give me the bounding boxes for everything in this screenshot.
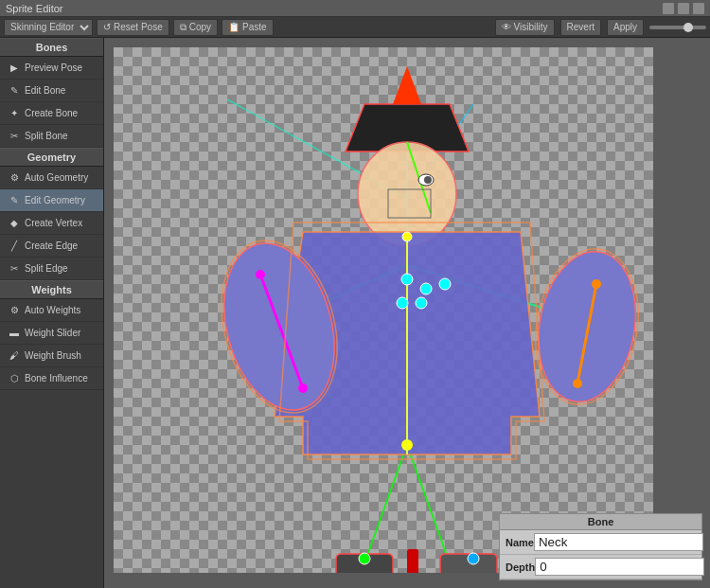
maximize-icon[interactable] — [678, 3, 689, 14]
main-layout: Bones ▶ Preview Pose ✎ Edit Bone ✦ Creat… — [0, 38, 710, 588]
sprite-canvas[interactable] — [114, 47, 653, 573]
eye-icon: 👁 — [502, 22, 511, 32]
title-bar: Sprite Editor — [0, 0, 710, 17]
create-vertex-icon: ◆ — [8, 217, 21, 230]
preview-pose-button[interactable]: ▶ Preview Pose — [0, 57, 103, 80]
weight-slider-icon: ▬ — [8, 327, 21, 340]
editor-select[interactable]: Skinning Editor — [4, 19, 93, 36]
depth-input[interactable] — [535, 558, 704, 576]
name-input[interactable] — [534, 533, 703, 551]
weight-slider-button[interactable]: ▬ Weight Slider — [0, 322, 103, 345]
weight-brush-button[interactable]: 🖌 Weight Brush — [0, 345, 103, 367]
canvas-area[interactable]: Bone Name Depth — [104, 38, 710, 588]
name-label: Name — [506, 537, 534, 548]
split-bone-icon: ✂ — [8, 130, 21, 143]
weights-section-header: Weights — [0, 280, 103, 299]
edit-bone-icon: ✎ — [8, 84, 21, 98]
auto-geometry-icon: ⚙ — [8, 171, 21, 185]
reset-pose-icon: ↺ — [103, 22, 111, 32]
split-edge-icon: ✂ — [8, 262, 21, 276]
left-panel: Bones ▶ Preview Pose ✎ Edit Bone ✦ Creat… — [0, 38, 104, 588]
reset-pose-button[interactable]: ↺ Reset Pose — [97, 19, 169, 36]
bone-name-row: Name — [500, 530, 701, 555]
zoom-thumb[interactable] — [683, 23, 693, 32]
apply-button[interactable]: Apply — [607, 19, 644, 36]
zoom-slider[interactable] — [649, 26, 706, 29]
toolbar: Skinning Editor ↺ Reset Pose ⧉ Copy 📋 Pa… — [0, 17, 710, 38]
create-bone-icon: ✦ — [8, 107, 21, 120]
close-icon[interactable] — [693, 3, 704, 14]
app-title: Sprite Editor — [6, 3, 63, 14]
create-vertex-button[interactable]: ◆ Create Vertex — [0, 212, 103, 235]
toolbar-right: 👁 Visibility Revert Apply — [495, 19, 706, 36]
preview-pose-icon: ▶ — [8, 62, 21, 75]
bone-depth-row: Depth — [500, 555, 701, 579]
title-bar-controls — [663, 3, 704, 14]
weight-brush-icon: 🖌 — [8, 349, 21, 363]
copy-icon: ⧉ — [180, 22, 186, 33]
create-edge-button[interactable]: ╱ Create Edge — [0, 235, 103, 258]
auto-weights-icon: ⚙ — [8, 304, 21, 317]
minimize-icon[interactable] — [663, 3, 674, 14]
geometry-section-header: Geometry — [0, 148, 103, 167]
bone-info-panel: Bone Name Depth — [499, 513, 702, 580]
create-edge-icon: ╱ — [8, 240, 21, 253]
auto-weights-button[interactable]: ⚙ Auto Weights — [0, 299, 103, 322]
copy-button[interactable]: ⧉ Copy — [173, 19, 218, 36]
split-edge-button[interactable]: ✂ Split Edge — [0, 258, 103, 280]
split-bone-button[interactable]: ✂ Split Bone — [0, 125, 103, 148]
bone-info-header: Bone — [500, 514, 701, 530]
auto-geometry-button[interactable]: ⚙ Auto Geometry — [0, 167, 103, 189]
paste-button[interactable]: 📋 Paste — [222, 19, 274, 36]
paste-icon: 📋 — [228, 22, 240, 32]
depth-label: Depth — [506, 561, 535, 573]
revert-button[interactable]: Revert — [560, 19, 601, 36]
edit-geometry-icon: ✎ — [8, 194, 21, 207]
edit-bone-button[interactable]: ✎ Edit Bone — [0, 80, 103, 102]
visibility-button[interactable]: 👁 Visibility — [495, 19, 555, 36]
bone-influence-icon: ⬡ — [8, 372, 21, 385]
edit-geometry-button[interactable]: ✎ Edit Geometry — [0, 189, 103, 212]
bones-section-header: Bones — [0, 38, 103, 57]
create-bone-button[interactable]: ✦ Create Bone — [0, 102, 103, 125]
bone-influence-button[interactable]: ⬡ Bone Influence — [0, 367, 103, 390]
